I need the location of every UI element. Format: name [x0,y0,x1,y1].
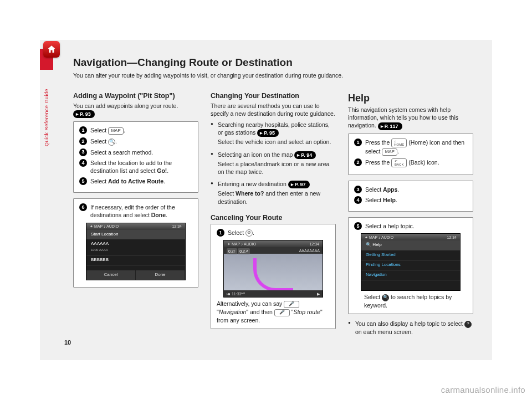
bar-clock: 12:34 [172,224,182,229]
dest-label: AAAAAAAA [299,248,320,253]
page-ref-pill[interactable]: P. 93 [73,110,95,118]
row-1: AAAAAA 1000 AAAA [86,239,185,255]
turn-tag: 0.2↗ [238,248,250,254]
bar-left: ✦ MAP ♪ AUDIO [227,242,256,247]
shot-statusbar: ✦ MAP ♪ AUDIO 12:34 [224,240,323,247]
side-label: Quick Reference Guide [43,89,50,146]
shot-statusbar: ✦ MAP ♪ AUDIO 12:34 [361,234,460,240]
page-ref-pill[interactable]: P. 97 [288,181,310,188]
txt: on each menu screen. [355,329,413,335]
txt: . [124,127,125,134]
txt-italic: Navigation [219,309,247,315]
help-bullet: You can also display a help topic to sel… [348,320,473,336]
eta: ⏮ 11:33ᴬᴹ [227,291,245,296]
txt: . [166,212,167,218]
bar-left: ✦ MAP ♪ AUDIO [90,224,119,229]
row1-title: AAAAAA [91,241,109,246]
help-bullets: You can also display a help topic to sel… [348,320,473,336]
txt-bold: Help [383,197,396,203]
intro-changing-destination: There are several methods you can use to… [211,102,336,117]
txt: Select [365,186,383,193]
help-head: 🔍 Help [361,240,460,250]
txt: . [397,186,399,193]
step-num-1: 1 [354,139,362,146]
intro-text: You can add waypoints along your route. [73,102,178,109]
page-wrap: Navigation—Changing Route or Destination… [0,0,532,400]
txt: Select a help topic. [365,223,415,229]
step-num-1: 1 [79,126,87,134]
steps-box-2: 6 If necessary, edit the order of the de… [73,198,198,287]
help-row: Finding Locations [361,260,460,270]
txt: Select [364,294,382,300]
subline: Select Where to? and then enter a new de… [218,189,336,205]
cancel-step-1: 1 Select ⊘. [217,229,330,237]
shot-map-body: 0.2↑0.2↗ AAAAAAAA ⏮ 11:33ᴬᴹ ▶ [224,247,323,297]
help-box-c: 5 Select a help topic. ✦ MAP ♪ AUDIO 12:… [348,217,473,314]
step-num-1: 1 [217,229,224,237]
intro-help: This navigation system comes with help i… [348,106,473,130]
help-row: Getting Started [361,250,460,260]
step-num-4: 4 [354,196,362,204]
step-1: 1 Select MAP. [79,126,192,135]
txt: Select [365,197,383,203]
txt: Select a search method. [90,149,153,156]
shot-buttons: Cancel Done [86,270,185,280]
help-step-5: 5 Select a help topic. [354,222,467,230]
txt: Select [90,127,108,134]
page-ref-pill[interactable]: P. 94 [294,151,316,159]
row-head: Start Location [86,230,185,240]
txt: Select [228,229,245,236]
txt-bold: Add to Active Route [108,178,163,184]
txt: Press the [365,139,391,146]
step-4: 4 Select the location to add to the dest… [79,159,192,175]
help-steps-a: 1 Press the ⌂HOME (Home) icon and then s… [354,139,467,167]
manual-page: Navigation—Changing Route or Destination… [40,40,492,360]
steps-list-1: 1 Select MAP. 2 Select 🔍. 3 Select a sea… [79,126,192,185]
col-adding-waypoint: Adding a Waypoint ("Pit Stop") You can a… [73,91,198,340]
page-subtitle: You can alter your route by adding waypo… [73,71,473,79]
columns: Adding a Waypoint ("Pit Stop") You can a… [73,91,473,340]
help-step-4: 4 Select Help. [354,196,467,204]
col-changing-destination: Changing Your Destination There are seve… [211,91,336,340]
txt: (Back) icon. [407,159,439,166]
screenshot-help: ✦ MAP ♪ AUDIO 12:34 🔍 Help Getting Start… [361,233,461,291]
subline: Select the vehicle icon and select an op… [218,138,336,146]
steps-list-2: 6 If necessary, edit the order of the de… [79,203,192,219]
step-num-2: 2 [79,137,87,145]
shot-body: 🔍 Help Getting Started Finding Locations… [361,240,460,290]
txt: . [163,178,165,184]
bullet-search-nearby: Searching nearby hospitals, police stati… [211,121,336,146]
map-bottom-band: ⏮ 11:33ᴬᴹ ▶ [224,290,323,297]
step-num-6: 6 [79,203,87,211]
cancel-caption: Alternatively, you can say 🎤 "Navigation… [217,300,330,324]
help-steps-c: 5 Select a help topic. [354,222,467,230]
shot-done-button: Done [136,270,185,280]
play-icon: ▶ [317,291,320,296]
heading-changing-destination: Changing Your Destination [211,91,336,101]
bar-left: ✦ MAP ♪ AUDIO [365,235,393,240]
txt: Help [372,242,381,247]
shot-statusbar: ✦ MAP ♪ AUDIO 12:34 [86,223,185,230]
search-icon: 🔍 [382,294,389,301]
page-ref-pill[interactable]: P. 95 [257,129,279,137]
help-box-a: 1 Press the ⌂HOME (Home) icon and then s… [348,134,473,175]
page-title: Navigation—Changing Route or Destination [73,55,473,70]
page-ref-pill[interactable]: P. 117 [378,122,402,130]
step-6: 6 If necessary, edit the order of the de… [79,203,192,219]
help-row: Navigation [361,270,460,280]
bar-clock: 12:34 [309,242,319,247]
txt: . [167,167,168,174]
page-number: 10 [64,339,71,347]
home-icon [47,44,57,54]
cancel-icon: ⊘ [245,229,253,237]
txt: . [397,148,399,155]
subline: Select a place/landmark icon or a new ar… [218,160,336,176]
help-question-icon: ? [464,321,472,328]
map-top-band: 0.2↑0.2↗ AAAAAAAA [224,247,323,254]
heading-canceling-route: Canceling Your Route [211,213,336,223]
map-chip: MAP [108,127,124,135]
step-num-4: 4 [79,159,87,167]
watermark: carmanualsonline.info [441,384,525,396]
txt: Select [218,190,236,197]
home-button[interactable] [43,41,60,58]
